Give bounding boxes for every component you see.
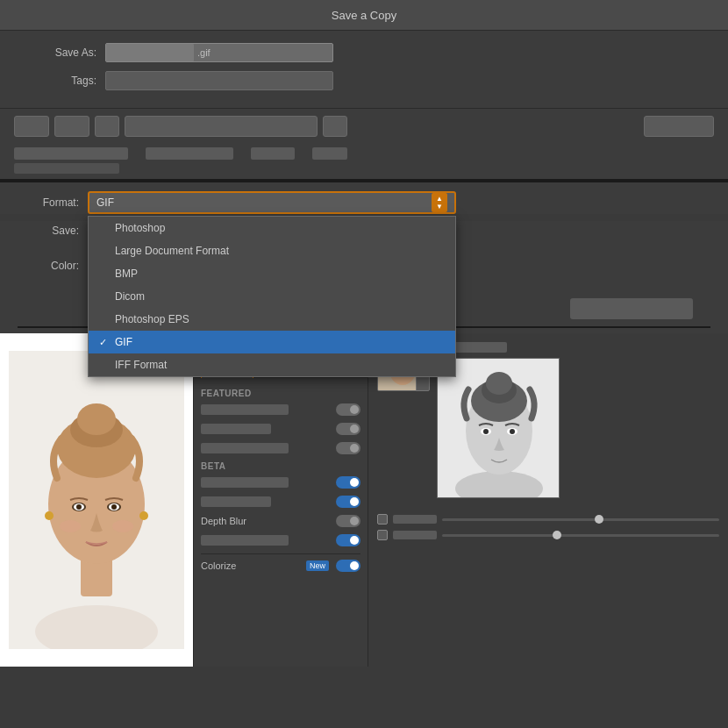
toggle-beta-2[interactable] — [336, 496, 360, 508]
bottom-section: Nueral Filters All filters Wait list FEA… — [0, 333, 728, 667]
neural-panel: Nueral Filters All filters Wait list FEA… — [193, 333, 368, 667]
slider-label-1 — [393, 515, 437, 524]
filter-item-beta-3 — [201, 534, 360, 546]
toolbar-btn-3[interactable] — [95, 116, 119, 137]
dropdown-item-photoshop[interactable]: Photoshop — [89, 217, 455, 239]
format-select-box[interactable]: GIF ▲ ▼ — [88, 191, 456, 214]
slider-row-2 — [377, 530, 719, 540]
slider-section — [377, 514, 719, 546]
slider-check-2[interactable] — [377, 530, 388, 540]
dropdown-label-photoshop: Photoshop — [115, 222, 165, 234]
toolbar-btn-1[interactable] — [14, 116, 49, 137]
toggle-beta-1[interactable] — [336, 476, 360, 489]
file-sub-1 — [14, 163, 119, 174]
extension-label: .gif — [194, 47, 211, 58]
svg-point-14 — [139, 511, 148, 520]
file-item-3 — [251, 147, 295, 160]
toggle-colorize[interactable] — [336, 560, 360, 572]
portrait-photo — [9, 351, 184, 649]
svg-point-12 — [111, 504, 117, 510]
dropdown-label-dicom: Dicom — [115, 290, 145, 303]
toolbar-btn-right[interactable] — [644, 116, 714, 137]
filter-bar-1 — [201, 404, 289, 415]
file-item-4 — [312, 147, 347, 160]
toggle-3[interactable] — [336, 442, 360, 454]
svg-point-32 — [510, 429, 515, 434]
portrait-area — [0, 333, 193, 667]
toggle-beta-3[interactable] — [336, 534, 360, 546]
save-as-row: Save As: .gif — [26, 43, 702, 62]
toggle-2[interactable] — [336, 423, 360, 435]
svg-point-16 — [112, 520, 133, 532]
save-as-label: Save As: — [26, 46, 96, 59]
bottom-action-bar[interactable] — [570, 298, 693, 319]
filter-item-beta-2 — [201, 496, 360, 508]
slider-track-2[interactable] — [442, 534, 719, 537]
dropdown-item-eps[interactable]: Photoshop EPS — [89, 308, 455, 331]
format-label: Format: — [18, 196, 79, 209]
dialog-form: Save As: .gif Tags: — [0, 31, 728, 108]
file-item-2 — [146, 147, 233, 160]
format-section: Format: GIF ▲ ▼ Photoshop Large Document… — [0, 181, 728, 214]
svg-point-11 — [76, 504, 82, 510]
format-selected-value: GIF — [96, 196, 114, 209]
spinner-up-icon: ▲ — [436, 196, 443, 203]
bw-portrait-svg — [438, 359, 560, 498]
dialog-title: Save a Copy — [332, 9, 396, 22]
tags-input[interactable] — [105, 71, 333, 90]
tags-label: Tags: — [26, 75, 96, 87]
save-as-input[interactable]: .gif — [105, 43, 333, 62]
format-dropdown[interactable]: Photoshop Large Document Format BMP Dico… — [88, 216, 456, 377]
slider-label-2 — [393, 531, 437, 539]
preview-right-info — [437, 342, 719, 498]
slider-check-1[interactable] — [377, 514, 388, 525]
filter-bar-beta-2 — [201, 496, 271, 507]
dropdown-label-eps: Photoshop EPS — [115, 313, 189, 325]
check-gif: ✓ — [99, 337, 110, 348]
dropdown-item-dicom[interactable]: Dicom — [89, 285, 455, 308]
toolbar-row — [0, 108, 728, 144]
filter-bar-beta-3 — [201, 535, 289, 546]
dropdown-label-bmp: BMP — [115, 268, 138, 280]
slider-thumb-2[interactable] — [553, 531, 561, 539]
format-row: Format: GIF ▲ ▼ Photoshop Large Document… — [18, 191, 710, 214]
svg-point-6 — [77, 403, 116, 435]
filter-item-3 — [201, 442, 360, 454]
toolbar-btn-2[interactable] — [54, 116, 89, 137]
dropdown-item-gif[interactable]: ✓ GIF — [89, 331, 455, 353]
colorize-label: Colorize — [201, 560, 236, 571]
tags-row: Tags: — [26, 71, 702, 90]
svg-point-31 — [483, 429, 489, 434]
dropdown-item-iff[interactable]: IFF Format — [89, 353, 455, 376]
filter-item-beta-1 — [201, 476, 360, 489]
dropdown-label-gif: GIF — [115, 336, 132, 348]
filter-item-1 — [201, 403, 360, 416]
filter-item-depth-blur: Depth Blur — [201, 515, 360, 527]
spinner-down-icon: ▼ — [436, 203, 443, 211]
colorize-row: Colorize New — [201, 553, 360, 572]
dropdown-item-large[interactable]: Large Document Format — [89, 239, 455, 262]
file-list-row-1 — [14, 147, 714, 160]
dropdown-label-large: Large Document Format — [115, 245, 229, 257]
dropdown-label-iff: IFF Format — [115, 359, 167, 371]
slider-thumb-1[interactable] — [595, 515, 603, 524]
file-list-area — [0, 144, 728, 179]
save-row-label: Save: — [18, 225, 79, 237]
beta-header: BETA — [201, 461, 360, 471]
filter-bar-3 — [201, 443, 289, 453]
save-copy-dialog: Save a Copy Save As: .gif Tags: — [0, 0, 728, 181]
preview-area: ▾ — [368, 333, 728, 667]
toolbar-search[interactable] — [125, 116, 318, 137]
format-spinner[interactable]: ▲ ▼ — [432, 193, 447, 212]
dropdown-item-bmp[interactable]: BMP — [89, 262, 455, 285]
filename-field[interactable] — [106, 44, 194, 61]
filter-bar-2 — [201, 424, 271, 434]
file-list-row-2 — [14, 163, 714, 174]
slider-track-1[interactable] — [442, 518, 719, 521]
depth-blur-label: Depth Blur — [201, 516, 246, 526]
toolbar-btn-4[interactable] — [323, 116, 347, 137]
svg-point-28 — [486, 372, 512, 395]
new-badge: New — [306, 560, 329, 571]
toggle-1[interactable] — [336, 403, 360, 416]
toggle-depth-blur[interactable] — [336, 515, 360, 527]
